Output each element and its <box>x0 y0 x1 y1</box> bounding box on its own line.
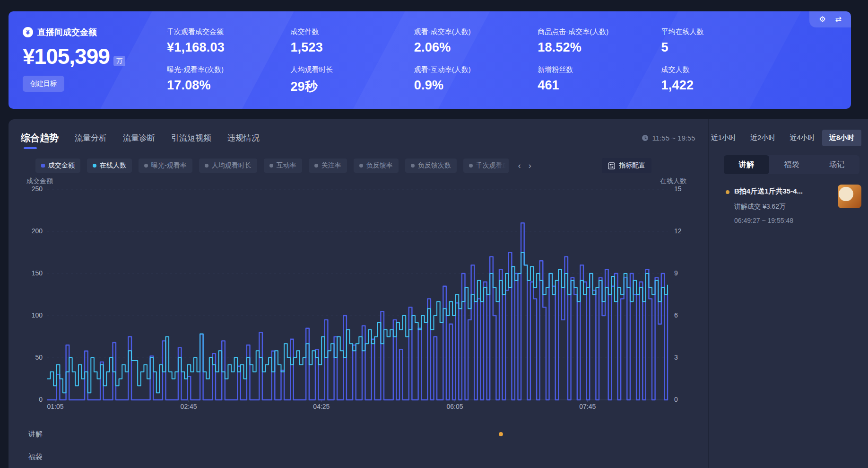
banner-metric: 观看-互动率(人数) 0.9% <box>414 65 533 97</box>
legend-chip[interactable]: 曝光-观看率 <box>139 159 192 173</box>
side-tab-3[interactable]: 场记 <box>814 155 859 174</box>
metric-legend-chips: 成交金额在线人数曝光-观看率人均观看时长互动率关注率负反馈率负反馈次数千次观看成… <box>35 159 531 172</box>
tab-3[interactable]: 流量诊断 <box>123 132 155 143</box>
y-right-tick: 0 <box>674 396 678 403</box>
y-left-tick: 200 <box>18 227 43 235</box>
legend-chip[interactable]: 在线人数 <box>87 159 132 173</box>
time-range-display: 11:55 ~ 19:55 <box>642 134 695 142</box>
time-range-text: 11:55 ~ 19:55 <box>652 134 695 142</box>
x-axis-tick: 01:05 <box>47 403 64 410</box>
create-goal-button[interactable]: 创建目标 <box>23 76 64 92</box>
banner-metric: 人均观看时长 29秒 <box>290 65 409 97</box>
timeline-marker[interactable] <box>499 432 503 436</box>
metric-label: 成交人数 <box>661 65 780 74</box>
metric-value: 5 <box>661 40 780 55</box>
banner-metric: 商品点击-成交率(人数) 18.52% <box>538 27 656 59</box>
legend-chip[interactable]: 关注率 <box>309 159 347 173</box>
metric-label: 商品点击-成交率(人数) <box>538 27 656 36</box>
legend-chip-label: 负反馈次数 <box>418 161 451 170</box>
legend-marker <box>314 164 318 168</box>
legend-marker <box>269 164 273 168</box>
tab-2[interactable]: 流量分析 <box>75 132 107 143</box>
banner-metric: 观看-成交率(人数) 2.06% <box>414 27 533 59</box>
metric-value: 29秒 <box>290 78 409 95</box>
chevron-right-icon[interactable]: › <box>529 161 531 171</box>
y-left-tick: 0 <box>18 396 43 403</box>
config-icon <box>608 162 615 169</box>
clock-icon <box>642 134 649 141</box>
legend-marker <box>144 164 148 168</box>
banner-metric: 曝光-观看率(次数) 17.08% <box>167 65 286 97</box>
banner-metric: 千次观看成交金额 ¥1,168.03 <box>167 27 286 59</box>
banner-corner-toolbar: ⚙⇄ <box>809 11 851 27</box>
explain-list-item[interactable]: B拍4斤送1斤共35-4... 讲解成交 ¥3.62万 06:49:27 ~ 1… <box>709 183 868 235</box>
y-right-tick: 12 <box>674 227 682 235</box>
gear-icon[interactable]: ⚙ <box>819 16 825 23</box>
metric-label: 观看-成交率(人数) <box>414 27 533 36</box>
x-axis-tick: 02:45 <box>181 403 197 410</box>
legend-chip-label: 成交金额 <box>48 161 75 170</box>
metric-value: 0.9% <box>414 78 533 93</box>
legend-chip-label: 千次观看成交金额 <box>476 161 509 170</box>
item-bullet <box>726 190 729 194</box>
banner-metric: 新增粉丝数 461 <box>538 65 656 97</box>
side-panel-tabs: 讲解福袋场记 <box>724 155 859 174</box>
yen-circle-icon: ¥ <box>23 27 33 37</box>
time-range-button[interactable]: 近4小时 <box>782 130 822 146</box>
legend-marker <box>205 164 208 168</box>
legend-chip-label: 曝光-观看率 <box>151 161 187 170</box>
banner-metric: 成交件数 1,523 <box>290 27 409 59</box>
item-gmv: 讲解成交 ¥3.62万 <box>734 203 786 211</box>
legend-chip-label: 负反馈率 <box>366 161 393 170</box>
legend-chip[interactable]: 负反馈率 <box>354 159 399 173</box>
metric-label: 千次观看成交金额 <box>167 27 286 36</box>
timeline-row-label: 福袋 <box>28 452 43 461</box>
legend-marker <box>469 164 473 168</box>
y-right-tick: 3 <box>674 353 678 361</box>
y-right-axis-title: 在线人数 <box>660 177 686 185</box>
time-range-button[interactable]: 近1小时 <box>704 130 743 146</box>
metric-value: 18.52% <box>538 40 656 55</box>
tab-5[interactable]: 违规情况 <box>227 132 260 143</box>
tab-1[interactable]: 综合趋势 <box>21 132 59 144</box>
legend-chip[interactable]: 成交金额 <box>35 159 80 173</box>
metric-config-button[interactable]: 指标配置 <box>602 158 651 173</box>
time-range-button[interactable]: 近2小时 <box>743 130 782 146</box>
legend-chip[interactable]: 负反馈次数 <box>405 159 457 173</box>
primary-metric-label: 直播间成交金额 <box>37 26 97 38</box>
metric-value: ¥1,168.03 <box>167 40 286 55</box>
y-left-tick: 100 <box>18 311 43 319</box>
metric-label: 新增粉丝数 <box>538 65 656 74</box>
y-right-tick: 15 <box>674 185 682 193</box>
metric-value: 1,523 <box>290 40 409 55</box>
x-axis-tick: 04:25 <box>313 403 330 410</box>
trend-chart[interactable] <box>47 189 668 400</box>
y-left-axis-title: 成交金额 <box>26 177 53 185</box>
y-left-tick: 50 <box>18 353 43 361</box>
metric-label: 成交件数 <box>290 27 409 36</box>
chevron-left-icon[interactable]: ‹ <box>518 161 521 171</box>
x-axis-tick: 07:45 <box>579 403 596 410</box>
swap-icon[interactable]: ⇄ <box>835 16 842 23</box>
legend-marker <box>359 164 363 168</box>
time-range-buttons: 近1小时近2小时近4小时近8小时 <box>704 130 861 146</box>
legend-chip-label: 互动率 <box>277 161 296 170</box>
analytics-panel: 综合趋势流量分析流量诊断引流短视频违规情况 11:55 ~ 19:55 近1小时… <box>9 119 868 468</box>
metric-label: 观看-互动率(人数) <box>414 65 533 74</box>
metric-value: 1,422 <box>661 78 780 93</box>
chip-pagination: ‹ › <box>518 161 531 171</box>
metric-label: 曝光-观看率(次数) <box>167 65 286 74</box>
legend-chip[interactable]: 千次观看成交金额 <box>463 159 509 173</box>
y-right-tick: 6 <box>674 311 678 319</box>
product-thumbnail <box>838 185 861 208</box>
legend-chip-label: 人均观看时长 <box>212 161 252 170</box>
item-title: B拍4斤送1斤共35-4... <box>734 187 833 196</box>
legend-chip[interactable]: 人均观看时长 <box>199 159 257 173</box>
config-button-label: 指标配置 <box>619 161 645 170</box>
side-tab-2[interactable]: 福袋 <box>769 155 815 174</box>
time-range-button[interactable]: 近8小时 <box>822 130 861 146</box>
legend-chip[interactable]: 互动率 <box>264 159 302 173</box>
tab-4[interactable]: 引流短视频 <box>171 132 211 143</box>
side-tab-1[interactable]: 讲解 <box>724 155 769 174</box>
legend-marker <box>93 164 96 168</box>
